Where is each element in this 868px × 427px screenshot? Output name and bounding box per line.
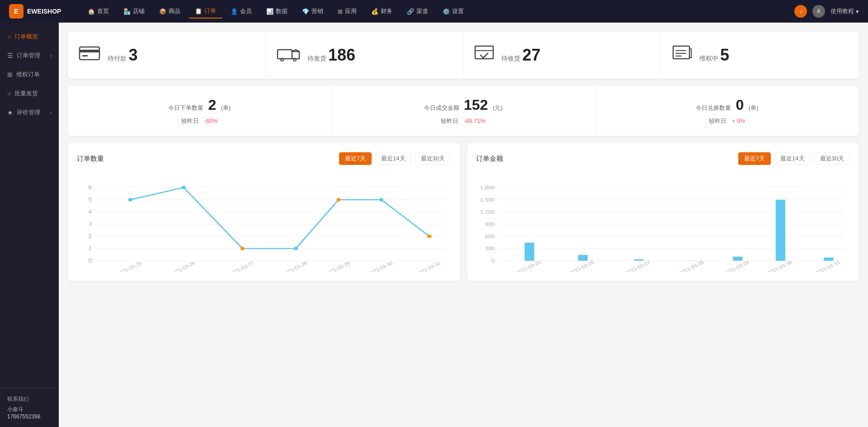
svg-text:2021-03-26: 2021-03-26	[569, 259, 595, 272]
download-icon[interactable]: ↓	[794, 5, 807, 18]
svg-rect-52	[634, 259, 644, 261]
settings-icon: ⚙️	[443, 8, 450, 15]
svg-text:2021-03-28: 2021-03-28	[678, 259, 705, 272]
sidebar-item-order-management[interactable]: ☰ 订单管理 ›	[0, 46, 59, 65]
logo-area: E EWEISHOP	[9, 4, 68, 19]
svg-text:2021-02-31: 2021-02-31	[814, 259, 841, 272]
sidebar-contact: 联系我们 小奈斗 17667552398	[0, 388, 59, 427]
svg-rect-1	[80, 50, 99, 52]
svg-text:2021-03-29: 2021-03-29	[324, 260, 351, 272]
tab-14days-bar[interactable]: 最近14天	[774, 152, 810, 165]
stat-unit-orders: (单)	[221, 104, 231, 111]
tab-30days-bar[interactable]: 最近30天	[814, 152, 850, 165]
order-amount-bar-chart: 0 300 600 900 1,200 1,500 1,800	[476, 172, 850, 272]
nav-orders[interactable]: 📋 订单	[189, 4, 222, 19]
status-value-payment: 3	[128, 46, 137, 64]
contact-phone: 17667552398	[7, 413, 52, 420]
nav-menu: 🏠 首页 🏪 店铺 📦 商品 📋 订单 👤 会员 📊 数据 💎 营销 ⊞	[81, 4, 794, 19]
home-icon: 🏠	[88, 8, 95, 15]
svg-text:2021-03-31: 2021-03-31	[415, 260, 442, 272]
sidebar-item-review-management[interactable]: ★ 评价管理 ›	[0, 103, 59, 122]
nav-home[interactable]: 🏠 首页	[81, 5, 115, 18]
stat-label-exchange: 今日兑换数量	[696, 104, 731, 111]
tab-7days-line[interactable]: 最近7天	[339, 152, 372, 165]
tab-7days-bar[interactable]: 最近7天	[738, 152, 771, 165]
tab-30days-line[interactable]: 最近30天	[415, 152, 451, 165]
svg-point-26	[336, 198, 340, 202]
sidebar-item-batch-shipment[interactable]: ○ 批量发货	[0, 84, 59, 103]
pending-receipt-icon	[474, 45, 494, 65]
bar-chart-svg: 0 300 600 900 1,200 1,500 1,800	[476, 172, 850, 272]
status-cards: 待付款 3 待发货 186	[68, 32, 859, 79]
stat-compare-val-amount: -88.71%	[464, 117, 486, 124]
svg-text:6: 6	[88, 184, 92, 191]
status-card-content-receipt: 待收货 27	[501, 46, 541, 65]
svg-rect-51	[578, 255, 588, 261]
stat-unit-amount: (元)	[493, 104, 503, 111]
logo-icon-text: E	[14, 8, 18, 15]
tutorial-button[interactable]: 使用教程 ▾	[830, 7, 859, 15]
nav-data[interactable]: 📊 数据	[260, 5, 294, 18]
nav-channel[interactable]: 🔗 渠道	[401, 5, 434, 18]
status-card-content-payment: 待付款 3	[108, 46, 137, 65]
nav-store[interactable]: 🏪 店铺	[117, 5, 151, 18]
status-card-pending-receipt[interactable]: 待收货 27	[463, 32, 661, 79]
top-navigation: E EWEISHOP 🏠 首页 🏪 店铺 📦 商品 📋 订单 👤 会员 📊 数据	[0, 0, 868, 23]
svg-rect-7	[673, 46, 689, 59]
svg-rect-54	[733, 257, 742, 261]
status-value-receipt: 27	[522, 46, 540, 64]
svg-rect-3	[278, 50, 292, 59]
status-label-receipt: 待收货	[501, 55, 520, 62]
nav-goods[interactable]: 📦 商品	[153, 5, 187, 18]
stat-card-orders-today: 今日下单数量 2 (单) 较昨日 -60%	[68, 86, 331, 136]
stat-value-exchange: 0	[736, 97, 744, 113]
pending-payment-icon	[79, 45, 100, 65]
svg-text:4: 4	[88, 209, 92, 215]
tab-14days-line[interactable]: 最近14天	[375, 152, 411, 165]
status-card-pending-payment[interactable]: 待付款 3	[68, 32, 266, 79]
svg-text:300: 300	[485, 246, 495, 252]
order-amount-chart-card: 订单金额 最近7天 最近14天 最近30天 0 300 600 900 1,20	[467, 143, 859, 281]
status-label-shipment: 待发货	[307, 55, 326, 62]
svg-text:2021-03-29: 2021-03-29	[723, 259, 750, 272]
order-count-chart-title: 订单数量	[77, 155, 104, 163]
svg-text:0: 0	[88, 258, 92, 264]
stat-card-amount-today: 今日成交金额 152 (元) 较昨日 -88.71%	[331, 86, 595, 136]
svg-text:2021-03-25: 2021-03-25	[515, 259, 542, 272]
svg-text:1,800: 1,800	[480, 185, 495, 191]
apps-icon: ⊞	[338, 8, 343, 15]
svg-text:0: 0	[491, 258, 495, 264]
svg-text:2021-03-30: 2021-03-30	[766, 259, 793, 272]
nav-finance[interactable]: 💰 财务	[365, 5, 399, 18]
order-count-chart-tabs: 最近7天 最近14天 最近30天	[339, 152, 451, 165]
svg-text:900: 900	[485, 221, 495, 227]
stat-compare-val-exchange: + 0%	[732, 117, 745, 124]
status-label-dispute: 维权中	[699, 55, 718, 62]
logo-text: EWEISHOP	[27, 8, 61, 15]
nav-settings[interactable]: ⚙️ 设置	[436, 5, 470, 18]
sidebar-item-dispute-orders[interactable]: ⊞ 维权订单	[0, 65, 59, 84]
nav-apps[interactable]: ⊞ 应用	[331, 5, 363, 18]
svg-rect-2	[82, 55, 88, 56]
status-card-dispute[interactable]: 维权中 5	[661, 32, 859, 79]
stat-top-orders: 今日下单数量 2 (单)	[81, 97, 317, 113]
main-layout: ○ 订单概览 ☰ 订单管理 › ⊞ 维权订单 ○ 批量发货 ★ 评价管理 › 联…	[0, 23, 868, 427]
stat-top-exchange: 今日兑换数量 0 (单)	[609, 97, 845, 113]
svg-point-27	[379, 198, 383, 202]
status-card-pending-shipment[interactable]: 待发货 186	[266, 32, 464, 79]
dispute-icon: ⊞	[7, 71, 13, 78]
nav-members[interactable]: 👤 会员	[224, 5, 258, 18]
svg-point-4	[281, 58, 283, 61]
svg-text:1,500: 1,500	[480, 197, 495, 203]
contact-name: 小奈斗	[7, 406, 52, 413]
nav-marketing[interactable]: 💎 营销	[296, 5, 330, 18]
svg-rect-53	[688, 260, 697, 261]
order-management-icon: ☰	[7, 52, 13, 59]
svg-point-28	[427, 235, 431, 238]
user-avatar[interactable]: A	[812, 5, 825, 18]
sidebar-item-order-overview[interactable]: ○ 订单概览	[0, 27, 59, 46]
store-icon: 🏪	[123, 8, 131, 15]
sidebar: ○ 订单概览 ☰ 订单管理 › ⊞ 维权订单 ○ 批量发货 ★ 评价管理 › 联…	[0, 23, 59, 427]
svg-rect-50	[525, 243, 534, 261]
channel-icon: 🔗	[407, 8, 414, 15]
